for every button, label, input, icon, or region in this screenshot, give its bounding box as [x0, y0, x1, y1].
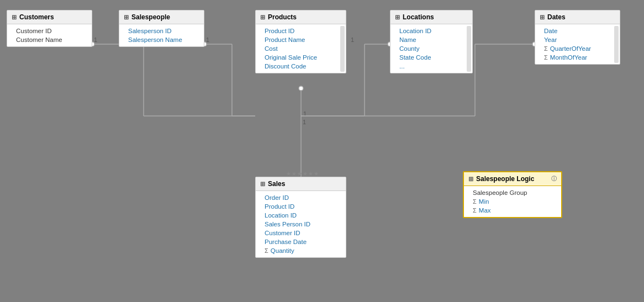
list-item: Cost — [256, 44, 346, 53]
products-body: Product ID Product Name Cost Original Sa… — [256, 24, 346, 73]
svg-text:★: ★ — [297, 171, 302, 177]
dates-header: ⊞ Dates — [535, 10, 620, 24]
list-item: Location ID — [390, 27, 472, 35]
field-name: Max — [479, 207, 491, 214]
sigma-icon: Σ — [544, 45, 548, 52]
svg-text:1: 1 — [206, 36, 209, 43]
dates-table: ⊞ Dates Date Year Σ QuarterOfYear Σ Mont… — [535, 10, 620, 65]
customers-table: ⊞ Customers Customer ID Customer Name — [7, 10, 92, 47]
field-name: Min — [479, 198, 489, 205]
info-icon: ⓘ — [551, 175, 557, 183]
list-item: Order ID — [256, 193, 346, 202]
table-icon: ⊞ — [395, 14, 400, 21]
list-item: Purchase Date — [256, 237, 346, 246]
customers-header: ⊞ Customers — [7, 10, 92, 24]
salespeople-logic-header: ⊞ Salespeople Logic ⓘ — [464, 172, 561, 186]
svg-text:★: ★ — [308, 171, 313, 177]
list-item: Year — [535, 35, 620, 44]
customers-title: Customers — [19, 13, 54, 21]
locations-table: ⊞ Locations Location ID Name County Stat… — [390, 10, 473, 73]
list-item: Location ID — [256, 211, 346, 220]
svg-text:1: 1 — [303, 110, 307, 117]
list-item: Σ Min — [464, 197, 561, 206]
svg-text:1: 1 — [303, 119, 306, 125]
scrollbar[interactable] — [467, 26, 471, 72]
list-item: Σ Max — [464, 206, 561, 215]
list-item: ... — [390, 62, 472, 71]
sigma-icon: Σ — [544, 54, 548, 61]
list-item: Customer Name — [7, 35, 92, 44]
dates-body: Date Year Σ QuarterOfYear Σ MonthOfYear — [535, 24, 620, 64]
list-item: Discount Code — [256, 62, 346, 71]
list-item: Product ID — [256, 202, 346, 211]
table-icon: ⊞ — [12, 14, 17, 21]
sales-title: Sales — [268, 180, 285, 188]
list-item: Σ MonthOfYear — [535, 53, 620, 62]
scrollbar[interactable] — [340, 26, 345, 72]
salespeople-table: ⊞ Salespeople Salesperson ID Salesperson… — [119, 10, 204, 47]
salespeople-header: ⊞ Salespeople — [119, 10, 204, 24]
svg-text:★: ★ — [314, 171, 319, 177]
svg-point-12 — [299, 86, 303, 91]
sales-body: Order ID Product ID Location ID Sales Pe… — [256, 191, 346, 257]
salespeople-logic-title: Salespeople Logic — [476, 175, 534, 183]
svg-text:1: 1 — [351, 36, 354, 43]
locations-header: ⊞ Locations — [390, 10, 472, 24]
list-item: County — [390, 44, 472, 53]
table-icon: ⊞ — [540, 14, 545, 21]
salespeople-title: Salespeople — [131, 13, 170, 21]
list-item: Σ QuarterOfYear — [535, 44, 620, 53]
field-name: QuarterOfYear — [550, 45, 591, 52]
products-header: ⊞ Products — [256, 10, 346, 24]
svg-text:★: ★ — [297, 171, 302, 177]
sigma-icon: Σ — [265, 247, 268, 254]
table-icon: ⊞ — [260, 14, 265, 21]
list-item: Product Name — [256, 35, 346, 44]
salespeople-logic-body: Salespeople Group Σ Min Σ Max — [464, 186, 561, 217]
svg-text:★: ★ — [292, 171, 297, 177]
svg-text:1: 1 — [94, 36, 97, 43]
salespeople-body: Salesperson ID Salesperson Name — [119, 24, 204, 46]
customers-body: Customer ID Customer Name — [7, 24, 92, 46]
locations-body: Location ID Name County State Code ... — [390, 24, 472, 73]
products-title: Products — [268, 13, 297, 21]
list-item: Salesperson Name — [119, 35, 204, 44]
list-item: Date — [535, 27, 620, 35]
sales-table: ⊞ Sales Order ID Product ID Location ID … — [255, 177, 346, 258]
scrollbar[interactable] — [614, 26, 619, 63]
svg-text:★: ★ — [303, 171, 308, 177]
table-icon: ⊞ — [124, 14, 129, 21]
dates-title: Dates — [547, 13, 566, 21]
table-icon: ⊞ — [468, 176, 473, 183]
field-name: Quantity — [271, 247, 294, 254]
sales-header: ⊞ Sales — [256, 177, 346, 191]
list-item: Original Sale Price — [256, 53, 346, 62]
table-icon: ⊞ — [260, 181, 265, 188]
list-item: Customer ID — [7, 27, 92, 35]
products-table: ⊞ Products Product ID Product Name Cost … — [255, 10, 346, 73]
field-name: MonthOfYear — [550, 54, 587, 61]
sigma-icon: Σ — [473, 198, 477, 205]
list-item: Salesperson ID — [119, 27, 204, 35]
salespeople-logic-table: ⊞ Salespeople Logic ⓘ Salespeople Group … — [463, 171, 562, 218]
list-item: Product ID — [256, 27, 346, 35]
sigma-icon: Σ — [473, 207, 477, 214]
list-item: Customer ID — [256, 229, 346, 237]
svg-text:★: ★ — [286, 171, 291, 177]
list-item: Sales Person ID — [256, 220, 346, 229]
list-item: State Code — [390, 53, 472, 62]
list-item: Name — [390, 35, 472, 44]
list-item: Salespeople Group — [464, 188, 561, 197]
list-item: Σ Quantity — [256, 246, 346, 255]
locations-title: Locations — [403, 13, 434, 21]
